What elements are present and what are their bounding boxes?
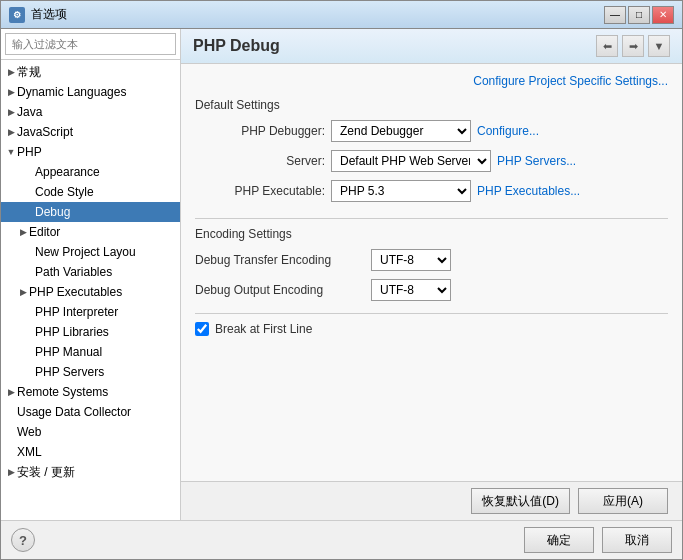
tree-item-appearance[interactable]: Appearance bbox=[1, 162, 180, 182]
tree-item-pathvars[interactable]: Path Variables bbox=[1, 262, 180, 282]
label-regular: 常规 bbox=[17, 64, 41, 81]
label-editor: Editor bbox=[29, 225, 60, 239]
configure-project-link[interactable]: Configure Project Specific Settings... bbox=[473, 74, 668, 88]
debug-output-select[interactable]: UTF-8 ISO-8859-1 bbox=[371, 279, 451, 301]
tree-item-dynamic[interactable]: ▶ Dynamic Languages bbox=[1, 82, 180, 102]
default-settings-grid: PHP Debugger: Zend Debugger Xdebug Confi… bbox=[195, 120, 668, 202]
arrow-javascript: ▶ bbox=[5, 127, 17, 137]
tree-item-install[interactable]: ▶ 安装 / 更新 bbox=[1, 462, 180, 482]
label-dynamic: Dynamic Languages bbox=[17, 85, 126, 99]
right-panel: PHP Debug ⬅ ➡ ▼ Configure Project Speci bbox=[181, 29, 682, 520]
forward-button[interactable]: ➡ bbox=[622, 35, 644, 57]
minimize-button[interactable]: — bbox=[604, 6, 626, 24]
php-exec-select[interactable]: PHP 5.3 PHP 5.4 PHP 5.5 bbox=[331, 180, 471, 202]
search-input[interactable] bbox=[5, 33, 176, 55]
tree-item-newproject[interactable]: New Project Layou bbox=[1, 242, 180, 262]
tree-item-editor[interactable]: ▶ Editor bbox=[1, 222, 180, 242]
arrow-appearance bbox=[23, 167, 35, 177]
tree-item-regular[interactable]: ▶ 常规 bbox=[1, 62, 180, 82]
arrow-regular: ▶ bbox=[5, 67, 17, 77]
tree-item-usage[interactable]: Usage Data Collector bbox=[1, 402, 180, 422]
app-icon: ⚙ bbox=[9, 7, 25, 23]
forward-icon: ➡ bbox=[629, 40, 638, 53]
preferences-window: ⚙ 首选项 — □ ✕ ▶ 常规 ▶ bbox=[0, 0, 683, 560]
label-phpexec: PHP Executables bbox=[29, 285, 122, 299]
server-wrap: Default PHP Web Server PHP Servers... bbox=[331, 150, 576, 172]
tree-item-phpexec[interactable]: ▶ PHP Executables bbox=[1, 282, 180, 302]
label-usage: Usage Data Collector bbox=[17, 405, 131, 419]
maximize-button[interactable]: □ bbox=[628, 6, 650, 24]
bottom-left: ? bbox=[11, 528, 524, 552]
right-action-row: 恢复默认值(D) 应用(A) bbox=[181, 481, 682, 520]
right-header: PHP Debug ⬅ ➡ ▼ bbox=[181, 29, 682, 64]
arrow-editor: ▶ bbox=[17, 227, 29, 237]
tree-scroll-area[interactable]: ▶ 常规 ▶ Dynamic Languages ▶ Java ▶ JavaSc… bbox=[1, 60, 180, 520]
label-phplib: PHP Libraries bbox=[35, 325, 109, 339]
restore-default-button[interactable]: 恢复默认值(D) bbox=[471, 488, 570, 514]
header-icons: ⬅ ➡ ▼ bbox=[596, 35, 670, 57]
label-javascript: JavaScript bbox=[17, 125, 73, 139]
tree-item-phplib[interactable]: PHP Libraries bbox=[1, 322, 180, 342]
tree-item-remote[interactable]: ▶ Remote Systems bbox=[1, 382, 180, 402]
arrow-phpexec: ▶ bbox=[17, 287, 29, 297]
bottom-bar: ? 确定 取消 bbox=[1, 520, 682, 559]
configure-project-link-row: Configure Project Specific Settings... bbox=[195, 74, 668, 88]
break-at-first-label[interactable]: Break at First Line bbox=[215, 322, 312, 336]
label-web: Web bbox=[17, 425, 41, 439]
php-servers-link[interactable]: PHP Servers... bbox=[497, 154, 576, 168]
debug-transfer-row: Debug Transfer Encoding UTF-8 ISO-8859-1 bbox=[195, 249, 668, 271]
arrow-codestyle bbox=[23, 187, 35, 197]
arrow-remote: ▶ bbox=[5, 387, 17, 397]
divider2 bbox=[195, 313, 668, 314]
label-phpmanual: PHP Manual bbox=[35, 345, 102, 359]
label-debug: Debug bbox=[35, 205, 70, 219]
php-debugger-select[interactable]: Zend Debugger Xdebug bbox=[331, 120, 471, 142]
debug-transfer-label: Debug Transfer Encoding bbox=[195, 253, 365, 267]
tree-item-web[interactable]: Web bbox=[1, 422, 180, 442]
right-body: Configure Project Specific Settings... D… bbox=[181, 64, 682, 481]
back-button[interactable]: ⬅ bbox=[596, 35, 618, 57]
debug-output-label: Debug Output Encoding bbox=[195, 283, 365, 297]
tree-item-phpservers[interactable]: PHP Servers bbox=[1, 362, 180, 382]
left-panel: ▶ 常规 ▶ Dynamic Languages ▶ Java ▶ JavaSc… bbox=[1, 29, 181, 520]
debug-transfer-select[interactable]: UTF-8 ISO-8859-1 bbox=[371, 249, 451, 271]
label-newproject: New Project Layou bbox=[35, 245, 136, 259]
label-remote: Remote Systems bbox=[17, 385, 108, 399]
tree-item-phpmanual[interactable]: PHP Manual bbox=[1, 342, 180, 362]
tree-item-xml[interactable]: XML bbox=[1, 442, 180, 462]
label-xml: XML bbox=[17, 445, 42, 459]
php-exec-label: PHP Executable: bbox=[195, 184, 325, 198]
php-executables-link[interactable]: PHP Executables... bbox=[477, 184, 580, 198]
dropdown-icon: ▼ bbox=[654, 40, 665, 52]
tree-item-java[interactable]: ▶ Java bbox=[1, 102, 180, 122]
server-select[interactable]: Default PHP Web Server bbox=[331, 150, 491, 172]
bottom-right: 确定 取消 bbox=[524, 527, 672, 553]
tree-item-javascript[interactable]: ▶ JavaScript bbox=[1, 122, 180, 142]
default-settings-label: Default Settings bbox=[195, 98, 668, 112]
php-debugger-row: PHP Debugger: Zend Debugger Xdebug Confi… bbox=[195, 120, 668, 142]
ok-button[interactable]: 确定 bbox=[524, 527, 594, 553]
label-php: PHP bbox=[17, 145, 42, 159]
help-button[interactable]: ? bbox=[11, 528, 35, 552]
tree-item-phpinterp[interactable]: PHP Interpreter bbox=[1, 302, 180, 322]
tree-item-codestyle[interactable]: Code Style bbox=[1, 182, 180, 202]
arrow-web bbox=[5, 427, 17, 437]
encoding-section: Encoding Settings Debug Transfer Encodin… bbox=[195, 227, 668, 301]
break-at-first-checkbox[interactable] bbox=[195, 322, 209, 336]
tree-item-php[interactable]: ▼ PHP bbox=[1, 142, 180, 162]
label-java: Java bbox=[17, 105, 42, 119]
arrow-xml bbox=[5, 447, 17, 457]
cancel-button[interactable]: 取消 bbox=[602, 527, 672, 553]
encoding-settings-label: Encoding Settings bbox=[195, 227, 668, 241]
close-button[interactable]: ✕ bbox=[652, 6, 674, 24]
tree-item-debug[interactable]: Debug bbox=[1, 202, 180, 222]
apply-button[interactable]: 应用(A) bbox=[578, 488, 668, 514]
break-at-first-row: Break at First Line bbox=[195, 322, 668, 336]
back-icon: ⬅ bbox=[603, 40, 612, 53]
server-row: Server: Default PHP Web Server PHP Serve… bbox=[195, 150, 668, 172]
configure-link[interactable]: Configure... bbox=[477, 124, 539, 138]
arrow-java: ▶ bbox=[5, 107, 17, 117]
arrow-phpinterp bbox=[23, 307, 35, 317]
label-pathvars: Path Variables bbox=[35, 265, 112, 279]
dropdown-button[interactable]: ▼ bbox=[648, 35, 670, 57]
